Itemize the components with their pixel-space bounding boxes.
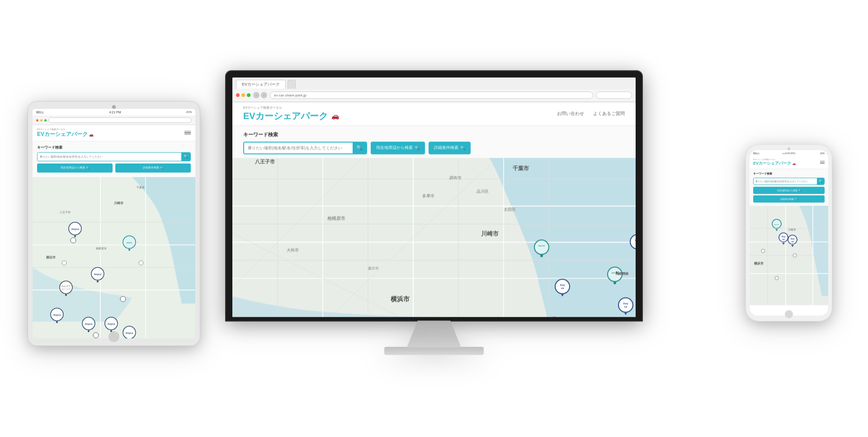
desktop-monitor: EVカーシェアパーク ‹ › (226, 71, 642, 355)
tl-red[interactable] (236, 93, 240, 97)
search-controls: 🔍 現在地周辺から検索 🔍 詳細条件検索 🔍 (243, 141, 625, 154)
phone-keyword-box: 🔍 (753, 178, 825, 185)
browser-tab-label: EVカーシェアパーク (242, 81, 280, 87)
phone-detail-button[interactable]: 詳細条件検索 🔍 (753, 195, 825, 202)
tablet-home-button[interactable] (108, 331, 119, 342)
address-text: ev-car-share-park.jp (274, 93, 307, 97)
back-button[interactable]: ‹ (253, 92, 259, 98)
map-container[interactable]: 八王子市 千葉市 川崎市 横浜市 相模原市 多摩市 調布市 品川区 太田区 大和… (232, 158, 636, 317)
tablet-logo: EVカーシェア検索ポータル EVカーシェアパーク 🚗 (37, 127, 94, 138)
tablet-time: 4:21 PM (109, 110, 121, 113)
svg-text:ca: ca (624, 305, 627, 307)
keyword-search-button[interactable]: 🔍 (353, 142, 366, 153)
svg-text:ca: ca (782, 238, 785, 240)
svg-text:八王子市: 八王子市 (60, 210, 71, 213)
svg-text:相模原市: 相模原市 (327, 215, 345, 220)
website-content: EVカーシェア検索ポータル EVカーシェアパーク 🚗 お問い合わせ よくあるご質… (232, 102, 636, 317)
phone-hamburger-icon[interactable] (820, 161, 825, 164)
svg-text:Any: Any (560, 283, 565, 286)
tablet-battery: 22% (186, 111, 192, 113)
svg-text:Any: Any (782, 235, 786, 238)
svg-text:横浜市: 横浜市 (390, 295, 410, 302)
monitor-screen: EVカーシェアパーク ‹ › (232, 77, 636, 317)
keyword-search-input[interactable] (244, 142, 353, 153)
smartphone-device: BELL 4:21 PM 22% EVカーシェア検索ポータル EVカーシェアパー… (746, 145, 832, 321)
site-logo-sub: EVカーシェア検索ポータル (243, 105, 339, 110)
phone-search-input[interactable] (754, 178, 817, 184)
svg-text:横浜市: 横浜市 (754, 261, 764, 265)
traffic-lights (236, 93, 250, 97)
svg-text:川崎市: 川崎市 (114, 201, 124, 204)
tablet-logo-car-icon: 🚗 (89, 132, 94, 136)
svg-text:eemo: eemo (538, 244, 545, 246)
nav-faq[interactable]: よくあるご質問 (593, 110, 625, 117)
tablet-search-button[interactable]: 🔍 (181, 152, 190, 160)
svg-text:Any: Any (635, 238, 636, 241)
tablet-hamburger-line-2 (184, 132, 191, 133)
tablet-hamburger-line-3 (184, 134, 191, 135)
phone-location-button[interactable]: 現在地周辺から検索 🔍 (753, 187, 825, 194)
svg-text:eemo: eemo (774, 223, 779, 226)
keyword-search-box: 🔍 (243, 141, 367, 154)
svg-text:横浜市: 横浜市 (46, 255, 56, 259)
monitor-base (384, 347, 484, 355)
nav-contact[interactable]: お問い合わせ (557, 110, 584, 117)
phone-site-header: EVカーシェア検索ポータル EVカーシェアパーク 🚗 (750, 156, 828, 169)
location-search-button[interactable]: 現在地周辺から検索 🔍 (371, 141, 425, 154)
browser-tab-active[interactable]: EVカーシェアパーク (236, 80, 286, 89)
tablet-address-bar[interactable] (48, 117, 192, 123)
svg-text:Anyca: Anyca (53, 313, 61, 316)
svg-point-71 (534, 240, 549, 254)
svg-text:Anyca: Anyca (71, 227, 79, 230)
tablet-search-title: キーワード検索 (37, 145, 191, 150)
phone-detail-icon: 🔍 (795, 197, 797, 200)
phone-screen: BELL 4:21 PM 22% EVカーシェア検索ポータル EVカーシェアパー… (750, 150, 828, 315)
browser-search[interactable] (596, 91, 632, 99)
tablet-site-header: EVカーシェア検索ポータル EVカーシェアパーク 🚗 (33, 125, 195, 141)
browser-chrome: EVカーシェアパーク ‹ › (232, 77, 636, 102)
location-btn-icon: 🔍 (415, 146, 420, 150)
address-bar[interactable]: ev-car-share-park.jp (270, 91, 593, 99)
tablet-tl-red (36, 119, 38, 121)
tl-yellow[interactable] (241, 93, 245, 97)
forward-button[interactable]: › (261, 92, 267, 98)
svg-point-37 (71, 237, 76, 243)
tablet-location-button[interactable]: 現在地周辺から検索 🔍 (37, 163, 113, 172)
svg-text:川崎市: 川崎市 (788, 228, 796, 231)
location-btn-label: 現在地周辺から検索 (376, 145, 413, 150)
site-navigation: お問い合わせ よくあるご質問 (557, 110, 625, 117)
phone-hamburger-line-2 (820, 162, 825, 163)
tablet-location-icon: 🔍 (86, 166, 89, 169)
svg-text:カーシェア: カーシェア (61, 287, 71, 290)
tablet-search-input[interactable] (38, 152, 181, 160)
svg-text:調布市: 調布市 (449, 175, 462, 179)
tablet-logo-text: EVカーシェアパーク (37, 131, 88, 137)
svg-text:Any: Any (791, 238, 795, 240)
svg-text:品川区: 品川区 (476, 188, 489, 193)
detail-search-button[interactable]: 詳細条件検索 🔍 (429, 141, 471, 154)
tablet-tl-green (44, 119, 47, 121)
phone-location-label: 現在地周辺から検索 (777, 189, 797, 192)
svg-point-36 (65, 294, 67, 296)
site-logo: EVカーシェア検索ポータル EVカーシェアパーク 🚗 (243, 105, 339, 122)
tablet-screen: BELL 4:21 PM 22% EVカーシェア検索ポータル (33, 108, 195, 338)
tl-green[interactable] (247, 93, 250, 97)
phone-search-button[interactable]: 🔍 (817, 178, 824, 184)
svg-text:太田区: 太田区 (504, 207, 516, 211)
tablet-hamburger-line-1 (184, 131, 191, 132)
tablet-status-bar: BELL 4:21 PM 22% (33, 108, 195, 116)
tablet-map: 横浜市 川崎市 八王子市 千葉市 相模原市 Anyca (33, 177, 195, 338)
phone-battery: 22% (820, 152, 825, 155)
search-section-title: キーワード検索 (243, 131, 625, 138)
svg-text:Anyca: Anyca (126, 331, 133, 334)
svg-point-38 (120, 296, 126, 301)
tablet-btn-row: 現在地周辺から検索 🔍 詳細条件検索 🔍 (37, 163, 191, 172)
phone-logo-text: EVカーシェアパーク (753, 161, 791, 165)
svg-text:川崎市: 川崎市 (481, 230, 499, 236)
tablet-detail-button[interactable]: 詳細条件検索 🔍 (115, 163, 191, 172)
phone-map-svg: 横浜市 川崎市 eemo Any ca (750, 206, 828, 305)
browser-tab-inactive[interactable] (288, 80, 296, 89)
phone-home-button[interactable] (785, 310, 793, 318)
phone-map: 横浜市 川崎市 eemo Any ca (750, 206, 828, 305)
tablet-hamburger-icon[interactable] (184, 131, 191, 135)
